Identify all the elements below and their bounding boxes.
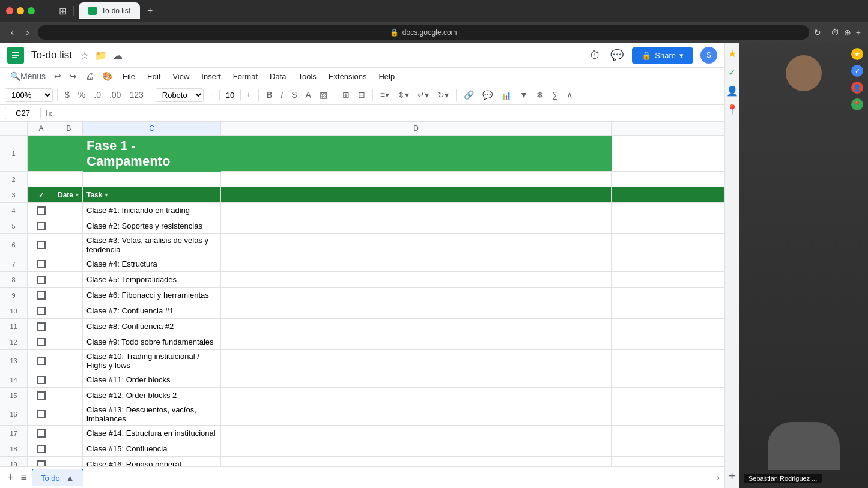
- font-color-btn[interactable]: A: [303, 88, 314, 102]
- checkbox-14[interactable]: [37, 376, 46, 384]
- cell-9-date[interactable]: [55, 288, 83, 303]
- print-btn[interactable]: 🖨: [82, 69, 97, 83]
- cell-2d[interactable]: [221, 172, 612, 187]
- cloud-btn[interactable]: ☁: [112, 49, 124, 62]
- sheet-menu-btn[interactable]: ≡: [19, 469, 30, 486]
- cell-2c[interactable]: [83, 172, 221, 187]
- cell-14-d[interactable]: [221, 372, 612, 387]
- back-btn[interactable]: ‹: [7, 26, 17, 39]
- zoom-selector[interactable]: 100%: [5, 88, 53, 102]
- checkbox-11[interactable]: [37, 322, 46, 331]
- checkbox-9[interactable]: [37, 291, 46, 300]
- cell-12-d[interactable]: [221, 334, 612, 349]
- cell-6-date[interactable]: [55, 234, 83, 256]
- cell-18-check[interactable]: [28, 441, 55, 456]
- cell-13-d[interactable]: [221, 350, 612, 372]
- new-window-btn[interactable]: ⊕: [844, 28, 851, 37]
- cell-3d[interactable]: [221, 187, 612, 202]
- active-tab[interactable]: To-do list: [79, 2, 140, 19]
- history-btn[interactable]: ⏱: [831, 28, 839, 37]
- cell-5-task[interactable]: Clase #2: Soportes y resistencias: [83, 218, 221, 233]
- decrease-font-btn[interactable]: −: [206, 88, 217, 102]
- star-btn[interactable]: ☆: [79, 49, 90, 62]
- cell-10-date[interactable]: [55, 303, 83, 318]
- close-window-btn[interactable]: [6, 7, 13, 14]
- cell-14-task[interactable]: Clase #11: Order blocks: [83, 372, 221, 387]
- checkbox-12[interactable]: [37, 338, 46, 346]
- cell-15-d[interactable]: [221, 388, 612, 403]
- cell-14-check[interactable]: [28, 372, 55, 387]
- comment-btn[interactable]: 💬: [479, 88, 496, 102]
- address-bar[interactable]: 🔒 docs.google.com: [38, 25, 809, 40]
- cell-13-check[interactable]: [28, 350, 55, 372]
- cell-11-check[interactable]: [28, 319, 55, 334]
- cell-19-d[interactable]: [221, 457, 612, 466]
- checkbox-7[interactable]: [37, 260, 46, 268]
- font-selector[interactable]: Roboto: [156, 88, 204, 102]
- menu-help[interactable]: Help: [374, 70, 399, 83]
- cell-13-task[interactable]: Clase #10: Trading institucional / Highs…: [83, 350, 221, 372]
- cell-17-date[interactable]: [55, 426, 83, 441]
- cell-4-check[interactable]: [28, 203, 55, 218]
- col-header-d[interactable]: D: [221, 122, 612, 135]
- col-header-a[interactable]: A: [28, 122, 55, 135]
- cell-3c-task[interactable]: Task ▼: [83, 187, 221, 202]
- comments-btn[interactable]: 💬: [609, 47, 625, 63]
- cell-2b[interactable]: [55, 172, 83, 187]
- menu-file[interactable]: File: [118, 70, 140, 83]
- cell-10-check[interactable]: [28, 303, 55, 318]
- cell-15-check[interactable]: [28, 388, 55, 403]
- checkbox-10[interactable]: [37, 307, 46, 315]
- cell-7-check[interactable]: [28, 256, 55, 271]
- checkbox-16[interactable]: [37, 410, 46, 418]
- cell-6-task[interactable]: Clase #3: Velas, análisis de velas y ten…: [83, 234, 221, 256]
- paint-format-btn[interactable]: 🎨: [99, 69, 115, 83]
- forward-btn[interactable]: ›: [22, 26, 32, 39]
- cell-16-d[interactable]: [221, 403, 612, 425]
- cell-10-task[interactable]: Clase #7: Confluencia #1: [83, 303, 221, 318]
- borders-btn[interactable]: ⊞: [339, 88, 353, 102]
- col-header-c[interactable]: C: [83, 122, 221, 135]
- wrap-btn[interactable]: ↵▾: [414, 88, 432, 102]
- align-v-btn[interactable]: ⇕▾: [395, 88, 412, 102]
- decimal-dec-btn[interactable]: .0: [91, 88, 104, 102]
- cell-12-date[interactable]: [55, 334, 83, 349]
- col-header-b[interactable]: B: [55, 122, 83, 135]
- cell-16-date[interactable]: [55, 403, 83, 425]
- cell-5-d[interactable]: [221, 218, 612, 233]
- folder-btn[interactable]: 📁: [94, 49, 108, 62]
- cell-17-task[interactable]: Clase #14: Estructura en institucional: [83, 426, 221, 441]
- sidebar-icon-user[interactable]: 👤: [726, 85, 738, 97]
- strikethrough-btn[interactable]: S: [288, 88, 300, 102]
- cell-3a-check[interactable]: ✓: [28, 187, 55, 202]
- cell-14-date[interactable]: [55, 372, 83, 387]
- menu-edit[interactable]: Edit: [142, 70, 165, 83]
- cell-reference-input[interactable]: C27: [5, 107, 41, 119]
- rotate-btn[interactable]: ↻▾: [434, 88, 452, 102]
- freeze-btn[interactable]: ❄: [533, 88, 547, 102]
- cell-3b-date[interactable]: Date ▼: [55, 187, 83, 202]
- cell-18-task[interactable]: Clase #15: Confluencia: [83, 441, 221, 456]
- cell-19-date[interactable]: [55, 457, 83, 466]
- menu-format[interactable]: Format: [228, 70, 263, 83]
- maximize-window-btn[interactable]: [28, 7, 35, 14]
- add-sheet-btn[interactable]: +: [5, 469, 16, 486]
- decimal-inc-btn[interactable]: .00: [106, 88, 124, 102]
- collapse-toolbar-btn[interactable]: ∧: [563, 88, 575, 102]
- cell-17-d[interactable]: [221, 426, 612, 441]
- cell-1d[interactable]: [221, 136, 612, 171]
- sidebar-icon-yellow[interactable]: ★: [728, 48, 736, 59]
- sheet-tab-todo[interactable]: To do ▲: [32, 469, 83, 486]
- checkbox-8[interactable]: [37, 276, 46, 284]
- cell-16-check[interactable]: [28, 403, 55, 425]
- cell-7-d[interactable]: [221, 256, 612, 271]
- cell-5-check[interactable]: [28, 218, 55, 233]
- cell-18-date[interactable]: [55, 441, 83, 456]
- undo-btn[interactable]: ↩: [51, 69, 64, 83]
- cell-9-check[interactable]: [28, 288, 55, 303]
- cell-12-check[interactable]: [28, 334, 55, 349]
- cell-15-task[interactable]: Clase #12: Order blocks 2: [83, 388, 221, 403]
- cell-19-check[interactable]: [28, 457, 55, 466]
- cell-17-check[interactable]: [28, 426, 55, 441]
- cell-15-date[interactable]: [55, 388, 83, 403]
